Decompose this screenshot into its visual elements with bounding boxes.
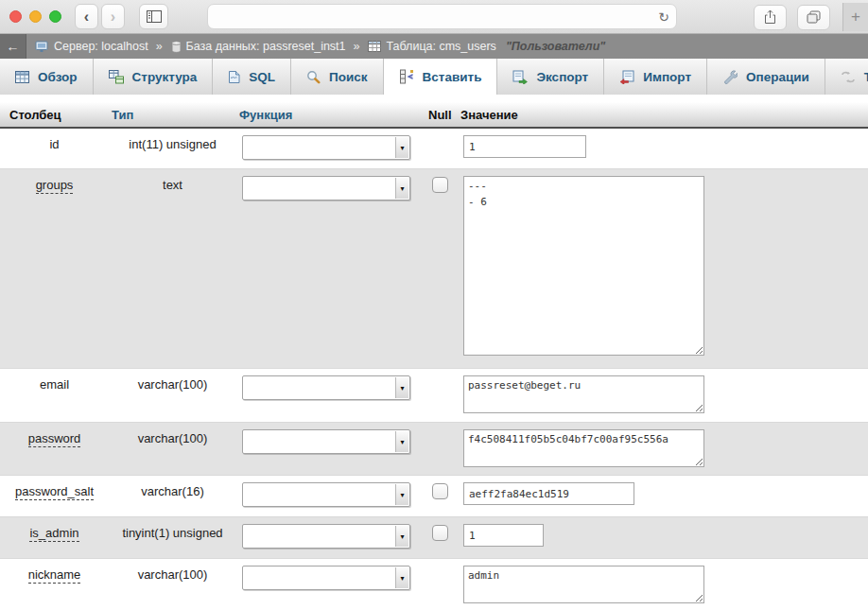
plus-icon: + — [851, 8, 860, 26]
select-arrow-button[interactable]: ▾ — [395, 567, 408, 588]
function-select-groups[interactable]: ▾ — [242, 176, 410, 200]
select-arrow-button[interactable]: ▾ — [395, 137, 408, 158]
insert-row-password: password varchar(100) ▾ f4c508411f05b5c0… — [0, 422, 868, 475]
forward-button[interactable]: › — [101, 4, 125, 29]
breadcrumb-server-label: Сервер: localhost — [54, 40, 148, 53]
caret-down-icon: ▾ — [400, 438, 404, 446]
null-checkbox-is-admin[interactable] — [432, 525, 448, 541]
tab-insert-label: Вставить — [423, 70, 482, 84]
new-tab-button[interactable]: + — [842, 3, 868, 31]
tab-sql[interactable]: SQL — [213, 59, 291, 95]
breadcrumb-table[interactable]: Таблица: cms_users — [368, 40, 495, 53]
address-bar[interactable]: ↻ — [207, 4, 677, 29]
minimize-window-button[interactable] — [29, 10, 42, 23]
tab-search-label: Поиск — [329, 70, 368, 84]
select-arrow-button[interactable]: ▾ — [395, 377, 408, 398]
null-checkbox-groups[interactable] — [432, 177, 448, 193]
function-select-is-admin[interactable]: ▾ — [242, 524, 410, 549]
operations-icon — [722, 69, 738, 84]
breadcrumb-back-button[interactable]: ← — [0, 34, 26, 59]
caret-down-icon: ▾ — [400, 184, 404, 193]
column-name-password: password — [28, 431, 81, 447]
table-icon — [368, 41, 381, 52]
share-button[interactable] — [754, 5, 787, 30]
breadcrumb-database[interactable]: База данных: passreset_inst1 — [171, 40, 346, 53]
breadcrumb: ← Сервер: localhost » База данных: passr… — [0, 34, 868, 59]
address-input[interactable] — [215, 10, 658, 24]
left-arrow-icon: ← — [7, 39, 20, 54]
header-value: Значение — [457, 108, 868, 122]
select-arrow-button[interactable]: ▾ — [395, 178, 408, 199]
tab-export-label: Экспорт — [536, 70, 588, 84]
value-input-id[interactable] — [463, 135, 586, 158]
insert-row-password-salt: password_salt varchar(16) ▾ — [0, 475, 868, 516]
structure-icon — [109, 70, 124, 84]
column-name-id: id — [49, 137, 59, 151]
tab-triggers[interactable]: Триггеры — [825, 59, 868, 95]
caret-down-icon: ▾ — [400, 574, 404, 583]
column-type-groups: text — [109, 169, 236, 192]
header-type[interactable]: Тип — [109, 108, 236, 122]
zoom-window-button[interactable] — [49, 10, 61, 23]
insert-row-id: id int(11) unsigned ▾ — [0, 129, 868, 168]
breadcrumb-server[interactable]: Сервер: localhost — [35, 40, 148, 53]
tab-export[interactable]: Экспорт — [497, 59, 604, 95]
header-function[interactable]: Функция — [236, 108, 425, 122]
function-select-nickname[interactable]: ▾ — [242, 566, 410, 590]
value-textarea-groups[interactable]: --- - 6 — [463, 176, 704, 356]
server-icon — [35, 41, 49, 53]
select-arrow-button[interactable]: ▾ — [395, 526, 408, 547]
value-input-is-admin[interactable] — [463, 524, 544, 547]
header-column: Столбец — [0, 108, 109, 122]
column-name-password-salt: password_salt — [15, 484, 94, 500]
tab-sql-label: SQL — [249, 70, 275, 84]
value-input-password-salt[interactable] — [463, 482, 634, 505]
sql-icon — [228, 70, 240, 84]
column-type-is-admin: tinyint(1) unsigned — [109, 517, 236, 540]
function-select-password[interactable]: ▾ — [242, 429, 410, 454]
function-select-email[interactable]: ▾ — [242, 375, 410, 400]
back-button[interactable]: ‹ — [75, 4, 98, 29]
select-arrow-button[interactable]: ▾ — [395, 431, 408, 452]
value-textarea-email[interactable]: passreset@beget.ru — [463, 375, 704, 413]
column-name-email: email — [40, 377, 69, 392]
tab-search[interactable]: Поиск — [291, 59, 384, 95]
caret-down-icon: ▾ — [400, 384, 404, 392]
sidebar-toggle-button[interactable] — [139, 4, 168, 29]
value-textarea-nickname[interactable]: admin — [463, 566, 704, 603]
tab-triggers-label: Триггеры — [864, 70, 868, 84]
column-type-nickname: varchar(100) — [109, 559, 236, 582]
reload-icon[interactable]: ↻ — [658, 10, 669, 24]
forward-chevron-icon: › — [111, 9, 115, 26]
tab-import[interactable]: Импорт — [604, 59, 707, 95]
sidebar-icon — [147, 10, 162, 23]
select-arrow-button[interactable]: ▾ — [395, 484, 408, 505]
export-icon — [512, 70, 528, 84]
function-select-id[interactable]: ▾ — [242, 135, 410, 160]
breadcrumb-separator: » — [156, 40, 163, 53]
insert-row-email: email varchar(100) ▾ passreset@beget.ru — [0, 368, 868, 422]
breadcrumb-database-label: База данных: passreset_inst1 — [186, 40, 346, 53]
column-name-groups: groups — [36, 178, 74, 194]
insert-row-groups: groups text ▾ --- - 6 — [0, 168, 868, 368]
pma-tab-bar: Обзор Структура SQL — [0, 59, 868, 95]
browser-toolbar: ‹ › ↻ + — [0, 0, 868, 34]
insert-row-is-admin: is_admin tinyint(1) unsigned ▾ — [0, 516, 868, 558]
tab-operations[interactable]: Операции — [707, 59, 825, 95]
function-select-password-salt[interactable]: ▾ — [242, 482, 410, 507]
insert-row-nickname: nickname varchar(100) ▾ admin — [0, 558, 868, 610]
column-type-password: varchar(100) — [109, 423, 236, 445]
tab-structure[interactable]: Структура — [94, 59, 214, 95]
insert-form: Столбец Тип Функция Null Значение id int… — [0, 95, 868, 610]
tab-insert[interactable]: Вставить — [384, 59, 498, 95]
value-textarea-password[interactable]: f4c508411f05b5c04bf7c00af95c556a — [463, 429, 704, 467]
close-window-button[interactable] — [9, 10, 22, 23]
caret-down-icon: ▾ — [400, 144, 404, 152]
caret-down-icon: ▾ — [400, 532, 404, 541]
column-name-is-admin: is_admin — [29, 526, 78, 542]
null-checkbox-password-salt[interactable] — [432, 483, 448, 499]
tab-browse[interactable]: Обзор — [0, 59, 94, 95]
tab-structure-label: Структура — [132, 70, 198, 84]
import-icon — [619, 70, 634, 84]
tab-overview-button[interactable] — [797, 5, 830, 30]
